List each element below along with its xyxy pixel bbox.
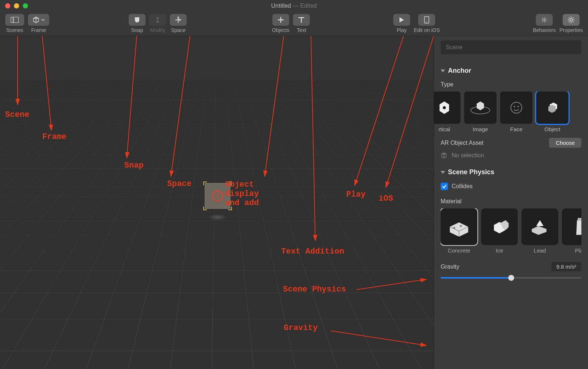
svg-point-15 <box>453 227 455 229</box>
svg-marker-4 <box>179 19 181 21</box>
svg-point-13 <box>514 106 515 107</box>
play-icon <box>399 17 405 23</box>
scenes-button[interactable]: Scenes <box>5 14 24 33</box>
window-title: Untitled — Edited <box>271 3 317 9</box>
viewport-3d[interactable]: ! <box>0 36 434 369</box>
gear-icon <box>567 16 575 24</box>
chevron-down-icon <box>41 18 45 22</box>
anchor-vertical[interactable]: rtical <box>434 92 460 133</box>
toolbar: Scenes Frame Snap Modify Space Objects T… <box>0 12 588 36</box>
svg-point-10 <box>443 106 446 109</box>
face-anchor-icon <box>508 99 525 116</box>
plus-icon <box>277 16 284 24</box>
svg-point-14 <box>517 106 519 107</box>
properties-button[interactable]: Properties <box>559 14 583 33</box>
search-input[interactable] <box>441 40 581 54</box>
material-concrete[interactable]: Concrete <box>441 208 477 254</box>
window-controls <box>5 3 28 8</box>
close-icon[interactable] <box>5 3 10 8</box>
image-anchor-icon <box>469 99 491 116</box>
material-plastic[interactable]: Plas <box>562 208 581 254</box>
collides-checkbox[interactable] <box>441 183 448 190</box>
material-ice[interactable]: Ice <box>481 208 518 254</box>
minimize-icon[interactable] <box>14 3 19 8</box>
material-grid: Concrete Ice Lead Plas <box>441 208 581 254</box>
concrete-icon <box>446 216 472 238</box>
space-icon <box>175 16 182 24</box>
material-lead[interactable]: Lead <box>521 208 558 254</box>
anchor-type-grid: rtical Image Face Object <box>434 92 581 133</box>
lead-icon <box>528 216 552 237</box>
svg-point-2 <box>157 17 159 19</box>
disclosure-icon <box>441 69 445 72</box>
anchor-section-header[interactable]: Anchor <box>441 67 581 75</box>
phone-icon <box>424 16 429 24</box>
behaviors-icon <box>540 16 548 24</box>
svg-point-7 <box>426 22 427 22</box>
collides-row: Collides <box>441 183 581 190</box>
svg-rect-0 <box>11 17 19 23</box>
ar-object-asset-row: AR Object Asset Choose <box>441 138 581 148</box>
type-label: Type <box>441 81 581 88</box>
disclosure-icon <box>441 171 445 174</box>
gravity-slider[interactable] <box>441 274 581 282</box>
ice-icon <box>488 216 510 238</box>
cube-icon <box>441 152 447 159</box>
svg-point-16 <box>460 225 462 227</box>
fullscreen-icon[interactable] <box>23 3 28 8</box>
cube-frame-icon <box>32 16 40 24</box>
anchor-object[interactable]: Object <box>536 92 569 133</box>
modify-button: Modify <box>149 14 166 33</box>
inspector-panel: Anchor Type rtical Image Face Object AR … <box>434 36 588 369</box>
svg-point-12 <box>511 102 522 113</box>
gravity-value: 9.8 m/s² <box>551 262 581 271</box>
behaviors-button[interactable]: Behaviors <box>533 14 556 33</box>
scene-object[interactable]: ! <box>205 183 230 209</box>
anchor-face[interactable]: Face <box>500 92 533 133</box>
object-anchor-icon <box>543 99 562 116</box>
titlebar: Untitled — Edited <box>0 0 588 12</box>
snap-button[interactable]: Snap <box>129 14 146 33</box>
anchor-image[interactable]: Image <box>464 92 496 133</box>
svg-marker-5 <box>399 17 404 22</box>
play-button[interactable]: Play <box>393 14 410 33</box>
choose-button[interactable]: Choose <box>549 138 581 148</box>
objects-button[interactable]: Objects <box>272 14 289 33</box>
material-label: Material <box>441 198 581 205</box>
physics-section-header[interactable]: Scene Physics <box>441 168 581 176</box>
svg-rect-17 <box>578 218 581 221</box>
ar-object-selection: No selection <box>441 152 581 159</box>
vertical-anchor-icon <box>436 99 453 116</box>
modify-icon <box>154 16 161 24</box>
text-icon <box>298 16 305 24</box>
panel-icon <box>11 17 19 23</box>
plastic-icon <box>572 216 581 238</box>
edit-ios-button[interactable]: Edit on iOS <box>414 14 440 33</box>
frame-button[interactable]: Frame <box>28 14 49 33</box>
svg-marker-3 <box>177 16 179 18</box>
magnet-icon <box>133 16 141 24</box>
svg-point-9 <box>570 19 573 21</box>
space-button[interactable]: Space <box>170 14 187 33</box>
svg-point-8 <box>544 19 545 21</box>
text-button[interactable]: Text <box>293 14 310 33</box>
gravity-row: Gravity 9.8 m/s² <box>441 262 581 271</box>
